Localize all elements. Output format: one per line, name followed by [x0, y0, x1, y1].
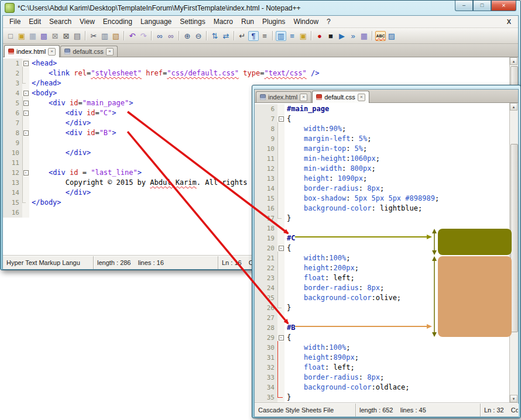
code-line[interactable]: 9 margin-left: 5%;: [255, 134, 518, 144]
macro-stop-icon[interactable]: ■: [325, 31, 336, 41]
fold-marker-icon[interactable]: -: [23, 61, 29, 66]
code-line[interactable]: 13 height: 1090px;: [255, 174, 518, 184]
tab-default.css[interactable]: default.css×: [60, 46, 118, 57]
menu-item-settings[interactable]: Settings: [176, 17, 209, 26]
code-line[interactable]: 22 height:200px;: [255, 263, 518, 273]
code-line[interactable]: 15 box-shadow: 5px 5px 5px #898989;: [255, 194, 518, 204]
code-line[interactable]: 30 width:100%;: [255, 343, 518, 353]
cut-icon[interactable]: ✂: [88, 31, 99, 41]
menu-item-file[interactable]: File: [5, 17, 25, 26]
menu-item-help[interactable]: ?: [323, 17, 335, 26]
code-line[interactable]: 28#B: [255, 323, 518, 333]
fold-marker-icon[interactable]: -: [279, 335, 284, 340]
scroll-up-icon[interactable]: ▲: [510, 103, 517, 111]
code-line[interactable]: 7-{: [255, 114, 518, 124]
indent-guide-icon[interactable]: ≡: [259, 31, 270, 41]
code-line[interactable]: 23 float: left;: [255, 273, 518, 283]
code-line[interactable]: 6#main_page: [255, 104, 518, 114]
code-line[interactable]: 14 border-radius: 8px;: [255, 184, 518, 194]
fold-marker-icon[interactable]: -: [23, 111, 29, 116]
menu-item-language[interactable]: Language: [136, 17, 176, 26]
css-editor[interactable]: 6#main_page7-{8 width:90%;9 margin-left:…: [255, 103, 518, 403]
menu-item-window[interactable]: Window: [289, 17, 323, 26]
code-line[interactable]: 1-<head>: [3, 58, 518, 68]
sync-scroll-h-icon[interactable]: ⇄: [221, 31, 231, 41]
doc-monitor-icon[interactable]: ▨: [386, 31, 397, 41]
code-line[interactable]: 2 <link rel="stylesheet" href="css/defau…: [3, 68, 518, 78]
tab-index.html[interactable]: index.html×: [256, 91, 311, 102]
maximize-button[interactable]: □: [473, 1, 491, 11]
menu-item-edit[interactable]: Edit: [25, 17, 45, 26]
code-line[interactable]: 31 height:890px;: [255, 353, 518, 363]
code-line[interactable]: 35}: [255, 393, 518, 402]
spell-check-abc-icon[interactable]: ABC: [375, 31, 386, 41]
fold-marker-icon[interactable]: -: [279, 246, 284, 251]
vertical-scrollbar[interactable]: ▲ ▼: [509, 103, 518, 402]
folder-workspace-icon[interactable]: ▣: [298, 31, 309, 41]
fold-marker-icon[interactable]: -: [23, 101, 29, 106]
code-line[interactable]: 20-{: [255, 243, 518, 253]
print-icon[interactable]: ▤: [72, 31, 83, 41]
minimize-button[interactable]: –: [455, 1, 473, 11]
fold-marker-icon[interactable]: -: [23, 130, 29, 136]
code-line[interactable]: 27: [255, 313, 518, 323]
sync-scroll-v-icon[interactable]: ⇅: [210, 31, 220, 41]
code-line[interactable]: 32 float: left;: [255, 363, 518, 373]
code-line[interactable]: 34 background-color:oldlace;: [255, 383, 518, 393]
code-line[interactable]: 8 width:90%;: [255, 124, 518, 134]
tab-index.html[interactable]: index.html×: [4, 45, 60, 57]
macro-save-icon[interactable]: ▦: [359, 31, 369, 41]
code-line[interactable]: 19#C: [255, 233, 518, 243]
scroll-down-icon[interactable]: ▼: [510, 395, 517, 402]
code-line[interactable]: 17}: [255, 214, 518, 223]
new-file-icon[interactable]: □: [5, 31, 16, 41]
code-line[interactable]: 16 background-color: lightblue;: [255, 204, 518, 214]
code-line[interactable]: 33 border-radius: 8px;: [255, 373, 518, 383]
code-line[interactable]: 18: [255, 223, 518, 233]
tab-close-icon[interactable]: ×: [48, 48, 56, 56]
tab-close-icon[interactable]: ×: [300, 94, 307, 101]
menu-item-view[interactable]: View: [76, 17, 99, 26]
save-icon[interactable]: ▦: [28, 31, 38, 41]
replace-icon[interactable]: ∞: [166, 31, 176, 41]
menu-close-x[interactable]: X: [502, 18, 516, 25]
code-line[interactable]: 11 min-height:1060px;: [255, 154, 518, 164]
zoom-out-icon[interactable]: ⊖: [193, 31, 204, 41]
code-line[interactable]: 26}: [255, 303, 518, 313]
function-list-icon[interactable]: ≡: [287, 31, 297, 41]
code-line[interactable]: 10 margin-top: 5%;: [255, 144, 518, 154]
tab-close-icon[interactable]: ×: [106, 48, 114, 56]
fold-marker-icon[interactable]: -: [23, 170, 29, 175]
zoom-in-icon[interactable]: ⊕: [182, 31, 193, 41]
show-all-chars-icon[interactable]: ¶: [248, 31, 259, 41]
menu-item-run[interactable]: Run: [237, 17, 258, 26]
scrollbar-thumb[interactable]: [510, 144, 518, 332]
doc-map-icon[interactable]: ▥: [276, 31, 286, 41]
fold-marker-icon[interactable]: -: [23, 91, 29, 96]
code-line[interactable]: 24 border-radius: 8px;: [255, 283, 518, 293]
code-line[interactable]: 29-{: [255, 333, 518, 343]
tab-default.css[interactable]: default.css×: [312, 91, 369, 103]
macro-record-icon[interactable]: ●: [314, 31, 325, 41]
menu-item-plugins[interactable]: Plugins: [258, 17, 289, 26]
code-line[interactable]: 25 background-color:olive;: [255, 293, 518, 303]
close-all-icon[interactable]: ⊠: [61, 31, 71, 41]
menu-item-encoding[interactable]: Encoding: [99, 17, 136, 26]
scroll-up-icon[interactable]: ▲: [510, 57, 517, 65]
fold-marker-icon[interactable]: -: [279, 116, 284, 122]
menu-item-search[interactable]: Search: [45, 17, 76, 26]
main-titlebar[interactable]: *C:\Users\Abdul Karim\Desktop\TemplateIn…: [2, 1, 519, 15]
open-file-icon[interactable]: ▣: [16, 31, 27, 41]
find-icon[interactable]: ∞: [155, 31, 165, 41]
copy-icon[interactable]: ▥: [100, 31, 110, 41]
word-wrap-icon[interactable]: ↵: [237, 31, 248, 41]
macro-play-icon[interactable]: ▶: [337, 31, 347, 41]
code-line[interactable]: 12 min-width: 800px;: [255, 164, 518, 174]
code-line[interactable]: 21 width:100%;: [255, 253, 518, 263]
close-button[interactable]: ×: [491, 1, 516, 11]
macro-multi-run-icon[interactable]: »: [348, 31, 358, 41]
menu-item-macro[interactable]: Macro: [210, 17, 237, 26]
undo-icon[interactable]: ↶: [127, 31, 138, 41]
tab-close-icon[interactable]: ×: [358, 94, 365, 101]
save-all-icon[interactable]: ▩: [39, 31, 49, 41]
